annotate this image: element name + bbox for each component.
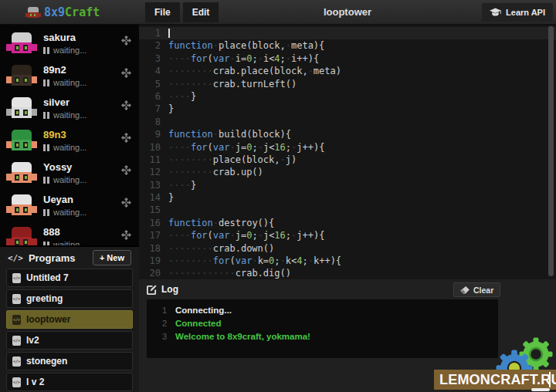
line-number: 2 <box>139 39 161 52</box>
program-item[interactable]: </>l v 2 <box>6 373 133 391</box>
crab-avatar <box>6 129 37 153</box>
log-entry: 3Welcome to 8x9craft, yokmama! <box>147 330 498 343</box>
move-icon[interactable] <box>121 35 131 46</box>
player-row[interactable]: Ueyanwaiting... <box>0 190 139 222</box>
player-row[interactable]: Yossywaiting... <box>0 157 139 190</box>
player-status-label: waiting... <box>53 110 86 120</box>
menu-edit[interactable]: Edit <box>183 2 219 22</box>
player-status-label: waiting... <box>53 78 86 87</box>
pencil-icon <box>147 285 157 295</box>
crab-logo-icon <box>25 6 41 19</box>
program-name: lv2 <box>26 335 39 346</box>
player-name: 888 <box>43 226 60 238</box>
player-status: waiting... <box>43 46 86 55</box>
move-icon[interactable] <box>121 198 131 208</box>
log-entry: 2Connected <box>147 317 498 330</box>
file-code-icon: </> <box>12 377 21 387</box>
line-number: 20 <box>139 267 161 279</box>
log-message: Connected <box>175 317 221 330</box>
player-row[interactable]: 888waiting... <box>0 222 139 245</box>
crab-avatar <box>6 64 37 88</box>
player-row[interactable]: silverwaiting... <box>0 93 139 125</box>
player-name: 89n2 <box>43 64 66 76</box>
editor-line[interactable]: 15 <box>139 204 556 216</box>
pause-icon <box>43 47 49 54</box>
move-icon[interactable] <box>121 230 131 240</box>
watermark-banner: LEMONCRAFT.RU <box>434 370 556 390</box>
file-code-icon: </> <box>12 357 21 367</box>
program-item[interactable]: </>greeting <box>6 289 133 308</box>
watermark-pill <box>531 388 550 391</box>
editor-line[interactable]: 1 <box>139 27 556 39</box>
editor-line[interactable]: 2function·place(block,·meta){ <box>139 39 556 52</box>
player-name: silver <box>43 96 70 108</box>
editor-line[interactable]: 3····for(var·i=0;·i<4;·i++){ <box>139 52 556 65</box>
learn-api-button[interactable]: Learn API <box>482 3 553 22</box>
editor-line[interactable]: 18········crab.down() <box>139 242 556 255</box>
move-icon[interactable] <box>121 68 131 78</box>
pause-icon <box>43 177 49 184</box>
code-text: function·build(block){ <box>161 128 291 140</box>
logo-text: 8x9Craft <box>44 5 100 19</box>
player-row[interactable]: 89n2waiting... <box>0 60 139 93</box>
player-row[interactable]: sakurawaiting... <box>0 28 139 60</box>
editor-line[interactable]: 8 <box>139 116 556 128</box>
editor-line[interactable]: 4········crab.place(block,·meta) <box>139 65 556 77</box>
code-text: ············crab.dig() <box>161 267 291 279</box>
pause-icon <box>43 209 49 216</box>
crab-avatar <box>6 32 37 56</box>
player-status: waiting... <box>43 78 86 87</box>
menu-bar: FileEdit <box>145 2 219 22</box>
watermark-text: LEMONCRAFT.RU <box>434 372 556 388</box>
player-name: Yossy <box>43 161 72 173</box>
move-icon[interactable] <box>121 100 131 110</box>
log-message: Welcome to 8x9craft, yokmama! <box>175 330 310 343</box>
line-number: 18 <box>139 242 161 255</box>
line-number: 11 <box>139 154 161 166</box>
crab-avatar <box>6 96 37 120</box>
editor-line[interactable]: 11········place(block,·j) <box>139 154 556 166</box>
crab-avatar <box>6 194 37 218</box>
editor-line[interactable]: 6····} <box>139 90 556 103</box>
top-bar: 8x9Craft looptower FileEdit Learn API <box>0 0 556 25</box>
editor-line[interactable]: 14} <box>139 191 556 204</box>
code-editor[interactable]: 12function·place(block,·meta){3····for(v… <box>139 25 556 279</box>
editor-line[interactable]: 12········crab.up() <box>139 166 556 178</box>
clear-log-button[interactable]: Clear <box>453 282 500 297</box>
program-name: Untitled 7 <box>26 272 69 283</box>
program-name: l v 2 <box>26 377 44 387</box>
editor-line[interactable]: 19········for(var·k=0;·k<4;·k++){ <box>139 255 556 267</box>
program-name: looptower <box>26 314 70 325</box>
editor-line[interactable]: 10····for(var·j=0;·j<16;·j++){ <box>139 141 556 154</box>
player-status: waiting... <box>43 143 86 152</box>
log-entry: 1Connecting... <box>147 304 498 317</box>
editor-line[interactable]: 13····} <box>139 179 556 191</box>
menu-file[interactable]: File <box>145 2 180 22</box>
player-row[interactable]: 89n3waiting... <box>0 125 139 157</box>
player-status-label: waiting... <box>53 240 86 245</box>
editor-line[interactable]: 17····for(var·j=0;·j<16;·j++){ <box>139 229 556 242</box>
program-item[interactable]: </>Untitled 7 <box>6 269 133 287</box>
line-number: 9 <box>139 128 161 140</box>
code-text: function·place(block,·meta){ <box>161 39 324 52</box>
file-code-icon: </> <box>12 315 21 325</box>
editor-line[interactable]: 16function·destroy(){ <box>139 217 556 229</box>
program-list: </>Untitled 7</>greeting</>looptower</>l… <box>0 269 139 391</box>
programs-header: </> Programs + New <box>0 247 139 269</box>
new-program-button[interactable]: + New <box>93 250 131 265</box>
program-item[interactable]: </>looptower <box>6 310 133 329</box>
editor-line[interactable]: 7} <box>139 103 556 115</box>
move-icon[interactable] <box>121 165 131 175</box>
editor-line[interactable]: 9function·build(block){ <box>139 128 556 140</box>
editor-line[interactable]: 20············crab.dig() <box>139 267 556 279</box>
move-icon[interactable] <box>121 133 131 143</box>
program-item[interactable]: </>stonegen <box>6 352 133 370</box>
line-number: 13 <box>139 179 161 191</box>
editor-line[interactable]: 5········crab.turnLeft() <box>139 78 556 90</box>
log-title: Log <box>147 284 178 295</box>
program-item[interactable]: </>lv2 <box>6 331 133 350</box>
editor-scrollbar[interactable] <box>548 26 554 276</box>
player-status: waiting... <box>43 175 86 184</box>
code-text: ····} <box>161 90 196 103</box>
code-text: } <box>161 191 174 204</box>
